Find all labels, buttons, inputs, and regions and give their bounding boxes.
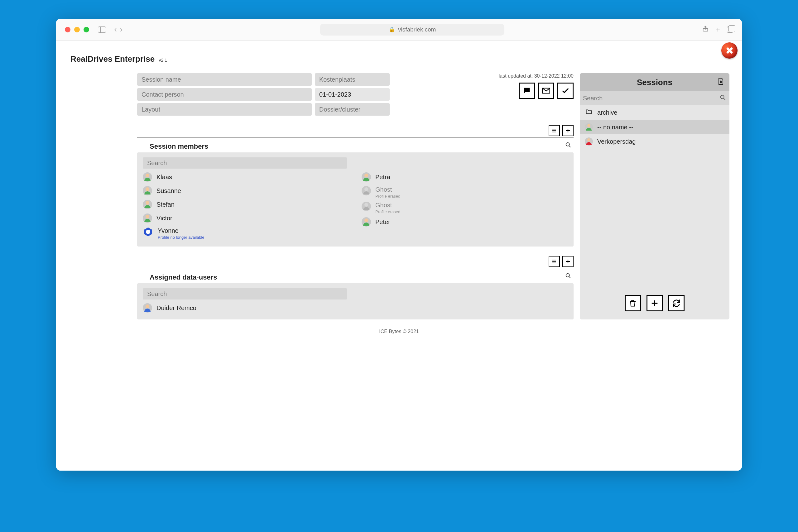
traffic-lights — [65, 27, 89, 33]
share-icon[interactable] — [702, 25, 709, 34]
avatar-icon — [362, 172, 371, 182]
session-label: archive — [597, 109, 617, 116]
member-item[interactable]: Petra — [362, 172, 568, 182]
sessions-footer — [580, 288, 729, 320]
confirm-button[interactable] — [557, 82, 573, 99]
datausers-search-input[interactable] — [143, 288, 347, 300]
lock-icon: 🔒 — [389, 26, 395, 33]
avatar-icon — [362, 217, 371, 227]
hex-avatar-icon — [143, 227, 153, 236]
member-item-ghost[interactable]: Ghost Profile erased — [362, 186, 568, 198]
datausers-title-row: Assigned data-users — [137, 268, 573, 283]
member-name: Susanne — [156, 187, 181, 194]
browser-chrome: ‹ › 🔒 visfabriek.com ＋ — [56, 19, 742, 40]
chat-button[interactable] — [519, 82, 535, 99]
main-panel: last updated at: 30-12-2022 12:00 — [69, 73, 573, 320]
session-add-button[interactable] — [646, 295, 663, 311]
window-zoom-dot[interactable] — [83, 27, 89, 33]
date-input[interactable] — [315, 88, 390, 101]
sessions-title: Sessions — [637, 78, 672, 87]
action-buttons — [519, 82, 573, 99]
address-bar: 🔒 visfabriek.com — [128, 24, 696, 36]
back-button[interactable]: ‹ — [114, 25, 117, 34]
contact-person-input[interactable] — [137, 88, 312, 101]
members-col-left: Klaas Susanne Stefan — [143, 172, 349, 240]
members-title-row: Session members — [137, 137, 573, 152]
mail-button[interactable] — [538, 82, 554, 99]
avatar-icon — [143, 200, 152, 209]
dossier-input[interactable] — [315, 103, 390, 116]
app-title: RealDrives Enterprise v2.1 — [71, 54, 729, 64]
export-doc-icon[interactable] — [717, 78, 724, 87]
last-updated-value: 30-12-2022 12:00 — [534, 73, 573, 78]
close-badge-icon[interactable]: ✖ — [721, 42, 738, 59]
svg-point-4 — [566, 274, 570, 277]
meta-col: last updated at: 30-12-2022 12:00 — [393, 73, 573, 99]
workspace: last updated at: 30-12-2022 12:00 — [69, 73, 729, 320]
members-list-button[interactable] — [549, 125, 560, 136]
datausers-search-icon[interactable] — [565, 272, 573, 281]
datausers-title: Assigned data-users — [137, 270, 217, 283]
sessions-search-input[interactable] — [583, 93, 717, 103]
app-version: v2.1 — [159, 58, 167, 63]
member-item-ghost[interactable]: Ghost Profile erased — [362, 202, 568, 214]
session-label: -- no name -- — [597, 124, 633, 131]
address-pill[interactable]: 🔒 visfabriek.com — [320, 24, 505, 36]
kostenplaats-input[interactable] — [315, 73, 390, 86]
datauser-item[interactable]: Duider Remco — [143, 303, 568, 312]
member-item[interactable]: Klaas — [143, 172, 349, 182]
form-col-right — [315, 73, 390, 116]
members-search-input[interactable] — [143, 157, 347, 169]
avatar-icon — [362, 202, 371, 211]
svg-point-5 — [721, 95, 724, 99]
url-text: visfabriek.com — [398, 26, 436, 33]
footer-text: ICE Bytes © 2021 — [69, 329, 729, 335]
members-search-icon[interactable] — [565, 141, 573, 150]
members-add-button[interactable] — [562, 125, 573, 136]
sessions-header: Sessions — [580, 73, 729, 91]
session-delete-button[interactable] — [625, 295, 641, 311]
session-item-archive[interactable]: archive — [580, 105, 729, 120]
member-name: Yvonne — [158, 227, 178, 234]
member-item[interactable]: Victor — [143, 213, 349, 223]
member-name: Ghost — [375, 202, 392, 209]
tab-overview-icon[interactable] — [727, 26, 733, 33]
members-grid: Klaas Susanne Stefan — [143, 172, 568, 240]
member-sub: Profile erased — [375, 194, 400, 198]
search-icon[interactable] — [719, 94, 726, 102]
new-tab-icon[interactable]: ＋ — [715, 25, 721, 34]
form-col-left — [137, 73, 312, 116]
avatar-icon — [143, 186, 152, 195]
session-name-input[interactable] — [137, 73, 312, 86]
members-toolbar — [137, 125, 573, 136]
member-item[interactable]: Susanne — [143, 186, 349, 195]
browser-window: ‹ › 🔒 visfabriek.com ＋ ✖ RealDrives Ente… — [56, 19, 742, 471]
member-name: Stefan — [156, 201, 174, 208]
session-item-noname[interactable]: -- no name -- — [580, 120, 729, 134]
member-item[interactable]: Peter — [362, 217, 568, 227]
svg-point-1 — [566, 143, 570, 146]
session-members-section: Session members Klaas — [69, 125, 573, 247]
session-refresh-button[interactable] — [668, 295, 685, 311]
member-name-block: Yvonne Profile no longer available — [158, 227, 205, 240]
sidebar-toggle-icon[interactable] — [98, 26, 106, 33]
member-item[interactable]: Stefan — [143, 200, 349, 209]
session-item-verkopersdag[interactable]: Verkopersdag — [580, 134, 729, 149]
member-sub: Profile erased — [375, 209, 400, 214]
avatar-icon — [143, 303, 152, 312]
app-name: RealDrives Enterprise — [71, 54, 155, 63]
member-name-block: Ghost Profile erased — [375, 186, 400, 198]
avatar-icon — [143, 213, 152, 223]
layout-input[interactable] — [137, 103, 312, 116]
window-minimize-dot[interactable] — [74, 27, 80, 33]
avatar-icon — [362, 186, 371, 195]
window-close-dot[interactable] — [65, 27, 71, 33]
folder-icon — [585, 108, 593, 117]
sessions-list: archive -- no name -- Verkopersdag — [580, 105, 729, 288]
last-updated: last updated at: 30-12-2022 12:00 — [499, 73, 573, 79]
datausers-add-button[interactable] — [562, 256, 573, 267]
datausers-list-button[interactable] — [549, 256, 560, 267]
member-item[interactable]: Yvonne Profile no longer available — [143, 227, 349, 240]
nav-arrows: ‹ › — [114, 25, 122, 34]
forward-button[interactable]: › — [120, 25, 123, 34]
